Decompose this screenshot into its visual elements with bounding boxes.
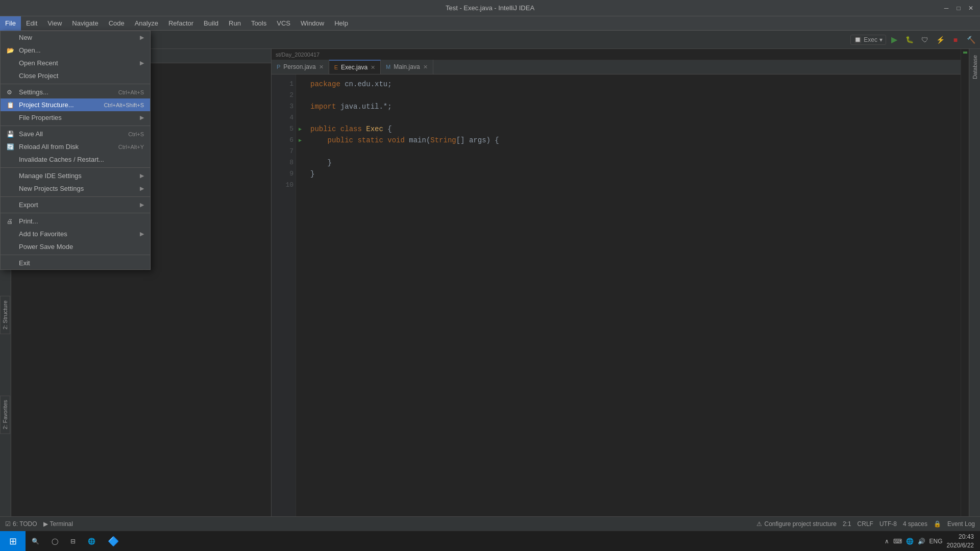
menu-refactor[interactable]: Refactor bbox=[163, 16, 199, 31]
network-icon: 🌐 bbox=[906, 538, 914, 545]
menu-edit[interactable]: Edit bbox=[21, 16, 42, 31]
menu-project-structure-label: Project Structure... bbox=[19, 101, 99, 109]
menu-manage-ide[interactable]: Manage IDE Settings ▶ bbox=[1, 169, 150, 182]
menu-print[interactable]: 🖨 Print... bbox=[1, 215, 150, 228]
menu-exit-label: Exit bbox=[19, 259, 144, 267]
menu-invalidate[interactable]: Invalidate Caches / Restart... bbox=[1, 153, 150, 166]
menu-open-recent-label: Open Recent bbox=[19, 59, 136, 67]
separator-3 bbox=[1, 167, 150, 168]
menu-favorites-label: Add to Favorites bbox=[19, 230, 136, 238]
reload-shortcut: Ctrl+Alt+Y bbox=[118, 144, 144, 150]
open-icon: 📂 bbox=[7, 47, 16, 54]
menu-file-properties-label: File Properties bbox=[19, 114, 136, 121]
tray-up-icon[interactable]: ∧ bbox=[885, 538, 889, 545]
menu-new-projects-label: New Projects Settings bbox=[19, 185, 136, 192]
manage-ide-arrow-icon: ▶ bbox=[140, 172, 144, 179]
export-arrow-icon: ▶ bbox=[140, 202, 144, 208]
project-structure-shortcut: Ctrl+Alt+Shift+S bbox=[104, 102, 144, 108]
window-controls: ─ □ ✕ bbox=[942, 4, 975, 12]
favorites-arrow-icon: ▶ bbox=[140, 231, 144, 237]
search-icon: 🔍 bbox=[32, 538, 39, 545]
menu-close-project[interactable]: Close Project bbox=[1, 69, 150, 82]
new-arrow-icon: ▶ bbox=[140, 34, 144, 41]
menu-reload-label: Reload All from Disk bbox=[19, 143, 113, 151]
menu-tools[interactable]: Tools bbox=[246, 16, 272, 31]
menu-file[interactable]: File bbox=[0, 16, 21, 31]
menu-close-project-label: Close Project bbox=[19, 72, 144, 80]
system-clock[interactable]: 20:43 2020/6/22 bbox=[947, 533, 974, 550]
menu-reload[interactable]: 🔄 Reload All from Disk Ctrl+Alt+Y bbox=[1, 140, 150, 153]
menu-settings-label: Settings... bbox=[19, 88, 113, 96]
menu-open-recent[interactable]: Open Recent ▶ bbox=[1, 57, 150, 69]
taskbar-tray: ∧ ⌨ 🌐 🔊 ENG 20:43 2020/6/22 bbox=[878, 533, 980, 550]
intellij-icon: 🔷 bbox=[108, 536, 119, 547]
new-proj-settings-arrow-icon: ▶ bbox=[140, 185, 144, 192]
clock-time: 20:43 bbox=[947, 533, 974, 541]
close-button[interactable]: ✕ bbox=[967, 4, 975, 12]
menu-new-label: New bbox=[19, 34, 136, 41]
menu-view[interactable]: View bbox=[42, 16, 67, 31]
title-bar: Test - Exec.java - IntelliJ IDEA ─ □ ✕ bbox=[0, 0, 980, 16]
save-all-shortcut: Ctrl+S bbox=[128, 131, 144, 137]
task-view-icon: ⊟ bbox=[70, 538, 76, 545]
menu-save-all[interactable]: 💾 Save All Ctrl+S bbox=[1, 128, 150, 140]
menu-help[interactable]: Help bbox=[329, 16, 353, 31]
menu-save-all-label: Save All bbox=[19, 130, 123, 138]
cortana-icon: ◯ bbox=[52, 538, 58, 545]
file-menu-dropdown: New ▶ 📂 Open... Open Recent ▶ Close Proj… bbox=[0, 31, 151, 270]
menu-export-label: Export bbox=[19, 201, 136, 209]
taskbar-chrome[interactable]: 🌐 bbox=[82, 531, 102, 552]
start-button[interactable]: ⊞ bbox=[0, 531, 26, 552]
menu-add-to-favorites[interactable]: Add to Favorites ▶ bbox=[1, 228, 150, 240]
menu-analyze[interactable]: Analyze bbox=[130, 16, 163, 31]
save-icon: 💾 bbox=[7, 131, 16, 138]
minimize-button[interactable]: ─ bbox=[942, 4, 950, 12]
maximize-button[interactable]: □ bbox=[954, 4, 963, 12]
menu-run[interactable]: Run bbox=[224, 16, 246, 31]
menu-open[interactable]: 📂 Open... bbox=[1, 44, 150, 57]
separator-2 bbox=[1, 126, 150, 126]
menu-new[interactable]: New ▶ bbox=[1, 31, 150, 44]
speaker-icon: 🔊 bbox=[918, 538, 925, 545]
separator-1 bbox=[1, 84, 150, 84]
taskbar-search[interactable]: 🔍 bbox=[26, 531, 45, 552]
reload-icon: 🔄 bbox=[7, 143, 16, 151]
window-title: Test - Exec.java - IntelliJ IDEA bbox=[446, 4, 534, 12]
menu-build[interactable]: Build bbox=[199, 16, 224, 31]
separator-5 bbox=[1, 213, 150, 213]
open-recent-arrow-icon: ▶ bbox=[140, 60, 144, 66]
menu-power-save-label: Power Save Mode bbox=[19, 243, 144, 251]
file-props-arrow-icon: ▶ bbox=[140, 114, 144, 121]
taskbar-intellij[interactable]: 🔷 bbox=[102, 531, 125, 552]
clock-date: 2020/6/22 bbox=[947, 541, 974, 550]
menu-file-properties[interactable]: File Properties ▶ bbox=[1, 111, 150, 124]
menu-project-structure[interactable]: 📋 Project Structure... Ctrl+Alt+Shift+S bbox=[1, 98, 150, 111]
menu-exit[interactable]: Exit bbox=[1, 257, 150, 269]
settings-shortcut: Ctrl+Alt+S bbox=[118, 89, 144, 95]
settings-icon: ⚙ bbox=[7, 89, 16, 96]
project-structure-icon: 📋 bbox=[7, 102, 16, 109]
windows-icon: ⊞ bbox=[9, 536, 17, 547]
separator-6 bbox=[1, 255, 150, 255]
menu-bar: File Edit View Navigate Code Analyze Ref… bbox=[0, 16, 980, 31]
menu-settings[interactable]: ⚙ Settings... Ctrl+Alt+S bbox=[1, 86, 150, 98]
taskbar: ⊞ 🔍 ◯ ⊟ 🌐 🔷 ∧ ⌨ 🌐 🔊 ENG 20:43 2020/6/22 bbox=[0, 531, 980, 551]
menu-code[interactable]: Code bbox=[104, 16, 130, 31]
separator-4 bbox=[1, 196, 150, 197]
chrome-icon: 🌐 bbox=[88, 538, 95, 545]
menu-open-label: Open... bbox=[19, 46, 144, 54]
menu-invalidate-label: Invalidate Caches / Restart... bbox=[19, 156, 144, 163]
print-icon: 🖨 bbox=[7, 218, 16, 225]
menu-navigate[interactable]: Navigate bbox=[67, 16, 103, 31]
menu-window[interactable]: Window bbox=[296, 16, 329, 31]
menu-vcs[interactable]: VCS bbox=[272, 16, 296, 31]
menu-manage-ide-label: Manage IDE Settings bbox=[19, 172, 136, 180]
taskbar-task-view[interactable]: ⊟ bbox=[64, 531, 82, 552]
menu-print-label: Print... bbox=[19, 217, 144, 225]
menu-export[interactable]: Export ▶ bbox=[1, 198, 150, 211]
taskbar-cortana[interactable]: ◯ bbox=[45, 531, 64, 552]
menu-new-projects-settings[interactable]: New Projects Settings ▶ bbox=[1, 182, 150, 195]
menu-power-save[interactable]: Power Save Mode bbox=[1, 240, 150, 253]
lang-indicator: ENG bbox=[929, 538, 943, 545]
keyboard-icon: ⌨ bbox=[893, 538, 902, 545]
